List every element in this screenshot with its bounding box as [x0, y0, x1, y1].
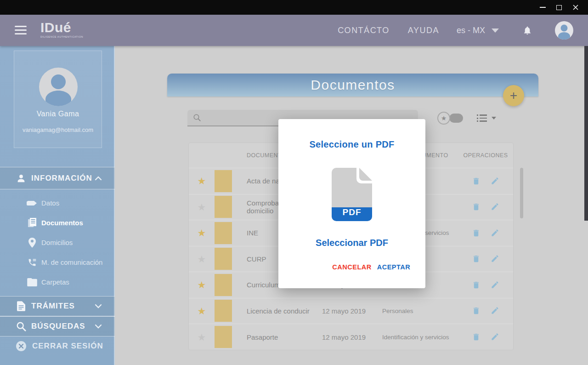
favorite-star-icon[interactable]: ★: [198, 332, 206, 342]
sidebar-item-comunicacion[interactable]: M. de comunicación: [0, 252, 115, 272]
language-label: es - MX: [457, 26, 485, 35]
chevron-down-icon: [95, 324, 102, 329]
list-icon: [477, 114, 488, 122]
brand-name: IDué: [40, 20, 83, 35]
document-date: 12 mayo 2019: [322, 333, 382, 341]
close-circle-icon: [16, 341, 27, 352]
document-date: 12 mayo 2019: [322, 307, 382, 315]
location-pin-icon: [27, 238, 38, 248]
delete-trash-icon[interactable]: [472, 306, 481, 315]
document-thumbnail[interactable]: [215, 196, 232, 218]
pdf-file-icon: PDF: [331, 167, 373, 222]
edit-pencil-icon[interactable]: [491, 202, 499, 211]
select-pdf-link[interactable]: Seleccionar PDF: [278, 238, 425, 248]
sidebar-item-label: Carpetas: [41, 278, 69, 286]
menu-hamburger-icon[interactable]: [15, 26, 27, 37]
section-label: BÚSQUEDAS: [31, 322, 85, 331]
document-name[interactable]: Licencia de conducir: [247, 307, 322, 315]
chevron-down-icon: [492, 29, 499, 33]
section-label: INFORMACIÓN: [31, 174, 92, 183]
documents-header: Documentos: [167, 74, 538, 97]
favorite-star-icon[interactable]: ★: [198, 176, 206, 186]
edit-pencil-icon[interactable]: [491, 280, 499, 290]
document-thumbnail[interactable]: [215, 274, 232, 296]
person-icon: [16, 173, 27, 183]
edit-pencil-icon[interactable]: [491, 228, 499, 238]
sidebar-section-busquedas[interactable]: BÚSQUEDAS: [0, 316, 115, 336]
sidebar-item-label: Documentos: [41, 219, 83, 227]
close-button[interactable]: [571, 2, 581, 12]
document-name[interactable]: Pasaporte: [247, 333, 322, 341]
favorites-filter-toggle[interactable]: ★: [437, 112, 463, 125]
brand-logo: IDué DILIGENCE AUTHENTICATION: [40, 20, 83, 38]
folder-icon: [27, 278, 38, 286]
pdf-icon-label: PDF: [331, 207, 373, 217]
logout-label: CERRAR SESIÓN: [32, 342, 103, 351]
maximize-button[interactable]: [554, 2, 564, 12]
document-thumbnail[interactable]: [215, 326, 232, 348]
help-link[interactable]: AYUDA: [408, 26, 439, 35]
delete-trash-icon[interactable]: [472, 254, 481, 263]
favorite-star-icon[interactable]: ★: [198, 306, 206, 316]
favorite-star-icon[interactable]: ★: [198, 228, 206, 238]
app-window: IDué DILIGENCE AUTHENTICATION CONTÁCTO A…: [0, 0, 588, 365]
app-header: IDué DILIGENCE AUTHENTICATION CONTÁCTO A…: [0, 15, 588, 46]
favorite-star-icon[interactable]: ★: [198, 254, 206, 264]
favorite-star-icon[interactable]: ★: [198, 202, 206, 212]
delete-trash-icon[interactable]: [472, 332, 481, 342]
header-nav: CONTÁCTO AYUDA es - MX: [338, 15, 588, 46]
edit-pencil-icon[interactable]: [491, 177, 499, 186]
delete-trash-icon[interactable]: [472, 177, 481, 186]
language-selector[interactable]: es - MX: [457, 26, 499, 35]
sidebar-section-tramites[interactable]: TRÁMITES: [0, 296, 115, 316]
document-thumbnail[interactable]: [215, 300, 232, 322]
toggle-track: [449, 114, 463, 123]
cancel-button[interactable]: CANCELAR: [332, 263, 371, 271]
minimize-button[interactable]: [537, 2, 548, 12]
notifications-bell-icon[interactable]: [523, 25, 532, 35]
list-view-menu[interactable]: [477, 114, 498, 123]
table-scrollbar-thumb[interactable]: [520, 168, 523, 218]
sidebar: Vania Gama vaniagamag@hotmail.com INFORM…: [0, 46, 115, 365]
favorite-star-icon[interactable]: ★: [198, 280, 206, 290]
user-avatar[interactable]: [555, 21, 573, 40]
chevron-down-icon: [492, 117, 496, 120]
search-icon: [16, 321, 27, 331]
sidebar-item-datos[interactable]: Datos: [0, 193, 115, 213]
edit-pencil-icon[interactable]: [491, 306, 499, 315]
sidebar-item-label: M. de comunicación: [41, 258, 102, 266]
add-document-button[interactable]: +: [503, 85, 524, 106]
table-row: ★ Licencia de conducir 12 mayo 2019 Pers…: [189, 298, 513, 325]
document-thumbnail[interactable]: [215, 170, 232, 192]
sidebar-item-label: Datos: [41, 199, 59, 207]
search-icon: [193, 114, 201, 122]
sidebar-item-documentos[interactable]: Documentos: [0, 213, 115, 233]
accept-button[interactable]: ACEPTAR: [377, 263, 411, 271]
sidebar-item-label: Domicilios: [41, 239, 73, 246]
document-file-icon: [16, 301, 27, 311]
document-type: Personales: [382, 308, 460, 314]
close-icon: [572, 4, 579, 11]
logout-button[interactable]: CERRAR SESIÓN: [0, 336, 115, 356]
window-scrollbar[interactable]: [584, 46, 588, 221]
delete-trash-icon[interactable]: [472, 228, 481, 238]
sidebar-section-informacion[interactable]: INFORMACIÓN: [0, 167, 115, 189]
documents-icon: [27, 218, 38, 228]
phone-icon: [27, 258, 38, 267]
delete-trash-icon[interactable]: [472, 280, 481, 290]
document-thumbnail[interactable]: [215, 222, 232, 244]
brand-tagline: DILIGENCE AUTHENTICATION: [40, 35, 83, 38]
edit-pencil-icon[interactable]: [491, 332, 499, 342]
delete-trash-icon[interactable]: [472, 202, 481, 211]
minimize-icon: [540, 7, 546, 8]
section-label: TRÁMITES: [31, 302, 75, 311]
document-thumbnail[interactable]: [215, 248, 232, 270]
profile-avatar: [39, 68, 78, 106]
select-pdf-dialog: Seleccione un PDF PDF Seleccionar PDF CA…: [278, 119, 425, 288]
contact-link[interactable]: CONTÁCTO: [338, 26, 390, 35]
edit-pencil-icon[interactable]: [491, 254, 499, 263]
sidebar-item-domicilios[interactable]: Domicilios: [0, 233, 115, 252]
sidebar-item-carpetas[interactable]: Carpetas: [0, 272, 115, 292]
profile-name: Vania Gama: [14, 110, 102, 118]
maximize-icon: [556, 5, 562, 10]
